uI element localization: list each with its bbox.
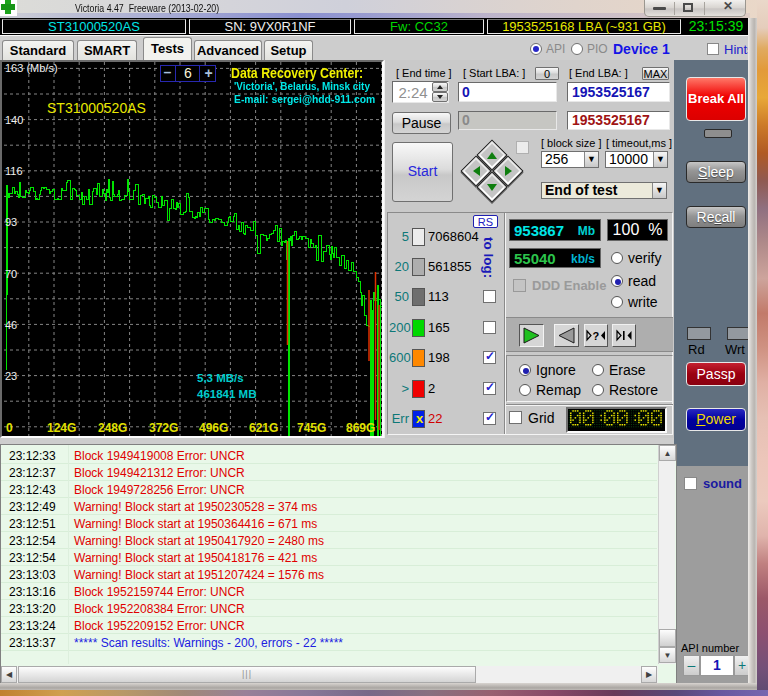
svg-text:?: ? — [593, 330, 600, 342]
